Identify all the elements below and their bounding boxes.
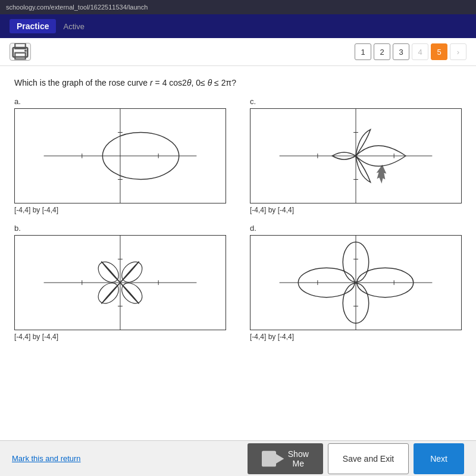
svg-marker-39 (276, 454, 284, 464)
option-a-range: [-4,4] by [-4,4] (14, 206, 226, 214)
option-d[interactable]: d. (250, 224, 462, 341)
mark-return-link[interactable]: Mark this and return (12, 454, 81, 463)
option-a-label: a. (14, 97, 226, 106)
page-1[interactable]: 1 (355, 43, 371, 60)
toolbar-left (10, 43, 31, 61)
footer-bar: Mark this and return Show Me Save and Ex… (0, 440, 476, 476)
print-icon (10, 43, 30, 60)
option-d-range: [-4,4] by [-4,4] (250, 333, 462, 341)
svg-point-3 (24, 50, 27, 52)
question-text: Which is the graph of the rose curve r =… (14, 78, 462, 87)
main-container: Practice Active 1 2 3 4 5 › Which (0, 14, 476, 476)
page-5[interactable]: 5 (431, 43, 447, 60)
graphs-grid: a. [-4,4] by [-4,4] (14, 97, 462, 341)
active-label: Active (63, 22, 84, 31)
top-bar: Practice Active (0, 14, 476, 38)
option-c-range: [-4,4] by [-4,4] (250, 206, 462, 214)
option-d-label: d. (250, 224, 462, 233)
option-b-graph (14, 235, 226, 330)
option-b[interactable]: b. (14, 224, 226, 341)
page-3[interactable]: 3 (393, 43, 409, 60)
content-area: Which is the graph of the rose curve r =… (0, 66, 476, 440)
svg-marker-17 (377, 165, 387, 184)
next-button[interactable]: Next (414, 443, 464, 474)
option-d-graph (250, 235, 462, 330)
print-button[interactable] (10, 43, 31, 61)
toolbar: 1 2 3 4 5 › (0, 38, 476, 66)
page-4[interactable]: 4 (412, 43, 428, 60)
svg-point-26 (118, 279, 146, 307)
page-numbers: 1 2 3 4 5 › (355, 43, 466, 60)
page-6[interactable]: › (450, 43, 466, 60)
page-2[interactable]: 2 (374, 43, 390, 60)
url-text: schoology.com/external_tool/1622511534/l… (6, 4, 148, 11)
save-exit-button[interactable]: Save and Exit (328, 443, 409, 474)
svg-rect-1 (15, 53, 26, 60)
option-c-graph (250, 108, 462, 203)
practice-label: Practice (10, 19, 56, 33)
footer-buttons: Show Me Save and Exit Next (248, 443, 464, 474)
option-a[interactable]: a. [-4,4] by [-4,4] (14, 97, 226, 214)
svg-point-27 (95, 279, 123, 307)
svg-rect-38 (262, 450, 276, 466)
video-icon (262, 449, 284, 468)
browser-bar: schoology.com/external_tool/1622511534/l… (0, 0, 476, 14)
option-a-graph (14, 108, 226, 203)
option-b-range: [-4,4] by [-4,4] (14, 333, 226, 341)
option-b-label: b. (14, 224, 226, 233)
show-me-button[interactable]: Show Me (248, 443, 322, 474)
option-c-label: c. (250, 97, 462, 106)
svg-point-24 (118, 258, 146, 286)
option-c[interactable]: c. (250, 97, 462, 214)
svg-point-25 (95, 258, 123, 286)
